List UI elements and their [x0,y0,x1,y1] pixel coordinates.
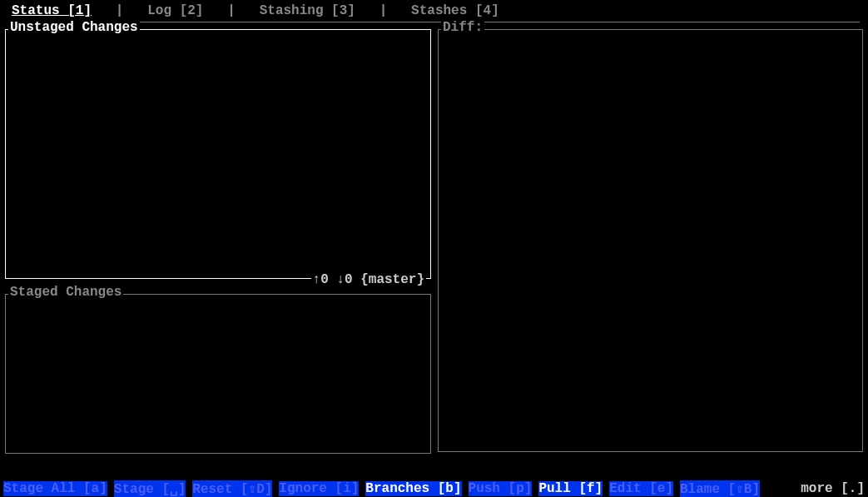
staged-changes-title: Staged Changes [8,285,123,300]
unstaged-changes-title: Unstaged Changes [8,20,140,35]
cmd-ignore[interactable]: Ignore [i] [279,481,359,496]
tab-separator: | [355,3,411,18]
cmd-stage[interactable]: Stage [␣] [114,480,186,497]
tab-stashes[interactable]: Stashes [4] [411,3,499,18]
tab-log[interactable]: Log [2] [147,3,203,18]
tab-stashing[interactable]: Stashing [3] [260,3,355,18]
cmd-branches[interactable]: Branches [b] [365,481,461,496]
diff-panel[interactable]: Diff: [438,29,863,452]
staged-changes-panel[interactable]: Staged Changes [5,294,431,454]
right-column: Diff: [438,29,863,472]
cmd-stage-all[interactable]: Stage All [a] [3,481,107,496]
left-column: Unstaged Changes ↑0 ↓0 {master} Staged C… [5,29,431,472]
unstaged-changes-panel[interactable]: Unstaged Changes ↑0 ↓0 {master} [5,29,431,279]
cmd-push[interactable]: Push [p] [469,481,533,496]
cmd-edit[interactable]: Edit [e] [609,481,673,496]
tab-separator: | [203,3,259,18]
cmd-blame[interactable]: Blame [⇧B] [680,480,760,497]
tab-bar: Status [1] | Log [2] | Stashing [3] | St… [0,0,868,20]
command-bar: Stage All [a] Stage [␣] Reset [⇧D] Ignor… [0,480,868,497]
cmd-pull[interactable]: Pull [f] [538,481,603,496]
main-area: Unstaged Changes ↑0 ↓0 {master} Staged C… [0,22,868,472]
diff-title: Diff: [441,20,484,35]
cmd-more[interactable]: more [.] [801,481,865,496]
tab-separator: | [92,3,147,18]
cmd-reset[interactable]: Reset [⇧D] [192,480,272,497]
branch-status: ↑0 ↓0 {master} [311,272,426,287]
tab-status[interactable]: Status [1] [12,3,92,18]
